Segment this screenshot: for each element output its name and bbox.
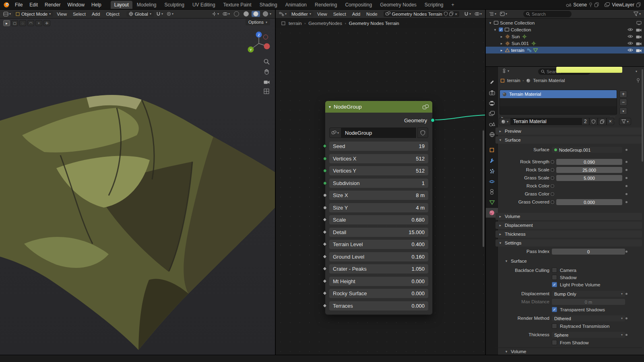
hide-eye-icon[interactable] [627,41,633,45]
int-socket[interactable] [323,157,327,160]
copy-material-button[interactable] [598,118,607,125]
node-tree-name-field[interactable]: Geometry Nodes Terrain × [384,11,460,17]
backface-camera-checkbox[interactable] [552,267,557,273]
node-param-row[interactable]: Size Y4 m [329,203,428,212]
overlays-button[interactable]: ▾ [221,11,231,16]
empty-slot-row[interactable] [500,98,617,106]
panel-displacement[interactable]: ▸Displacement [495,222,642,229]
hide-eye-icon[interactable] [627,35,633,38]
node-menu-select[interactable]: Select [331,11,349,17]
animate-dot[interactable] [625,161,627,163]
light-probe-volume-checkbox[interactable]: ✓ [552,282,557,287]
new-view-layer-icon[interactable] [636,2,641,7]
breadcrumb-object[interactable]: terrain [289,21,302,26]
rock-scale-slider[interactable]: 25.000 [556,167,622,173]
node-param-row[interactable]: Mt Height0.000 [329,277,428,286]
transform-tool[interactable]: ✛ [43,20,50,26]
transparent-shadows-checkbox[interactable]: ✓ [552,307,557,312]
from-shadow-checkbox[interactable] [552,340,557,345]
input-socket-icon[interactable] [551,160,554,164]
tab-layout[interactable]: Layout [111,1,132,9]
menu-window[interactable]: Window [64,1,88,8]
node-param-row[interactable]: Rocky Surface0.000 [329,289,428,298]
outliner-row-scene-collection[interactable]: ▾ Scene Collection [486,19,644,26]
expand-icon[interactable]: ▸ [500,48,504,52]
panel-settings[interactable]: ▾Settings [495,239,642,247]
animate-dot[interactable] [625,149,627,151]
material-slot-list[interactable]: Terrain Material [500,90,617,115]
shading-wireframe-button[interactable] [232,11,241,17]
breadcrumb-material[interactable]: Terrain Material [533,78,565,83]
menu-edit[interactable]: Edit [26,1,41,8]
node-param-row[interactable]: Ground Level0.160 [329,252,428,261]
backface-shadow-checkbox[interactable] [552,275,557,280]
disable-render-camera-icon[interactable] [636,28,642,32]
options-dropdown[interactable]: Options▾ [246,19,270,25]
pan-view-icon[interactable] [262,67,271,76]
tab-compositing[interactable]: Compositing [341,1,376,9]
panel-volume[interactable]: ▸Volume [495,213,642,220]
outliner[interactable]: ▾ ▾ ▾ ▾ Scene Collection ▾ ✓ Collection … [485,10,644,66]
node-menu-add[interactable]: Add [350,11,363,17]
disable-render-camera-icon[interactable] [636,48,642,52]
animate-dot[interactable] [625,201,627,203]
select-lasso-tool[interactable]: ◠ [27,20,34,26]
shading-solid-button[interactable] [242,11,250,17]
outliner-row-sun[interactable]: ▸ Sun [486,33,644,40]
animate-dot[interactable] [625,185,627,187]
outliner-row-sun-001[interactable]: ▸ Sun.001 [486,40,644,47]
panel-preview[interactable]: ▸Preview [495,128,642,135]
breadcrumb-tree[interactable]: Geometry Nodes Terrain [349,21,399,26]
pin-id-icon[interactable] [636,78,640,83]
toggle-ortho-icon[interactable] [262,87,271,96]
animate-dot[interactable] [625,169,627,171]
add-workspace-button[interactable]: + [448,1,458,9]
disable-render-camera-icon[interactable] [636,35,642,39]
outliner-search-input[interactable] [532,12,569,16]
expand-icon[interactable]: ▸ [500,41,504,45]
tab-modeling[interactable]: Modeling [133,1,160,9]
node-menu-node[interactable]: Node [364,11,380,17]
properties-editor[interactable]: ▾ ▾ terrain › Terrain Material Terrain M… [485,66,644,355]
node-header[interactable]: ▾ NodeGroup [325,101,432,113]
node-param-row[interactable]: Scale0.680 [329,215,428,224]
animate-dot[interactable] [625,177,627,179]
rock-strength-slider[interactable]: 0.090 [556,159,622,165]
properties-options-icon[interactable]: ▾ [636,70,637,73]
node-param-row[interactable]: Vertices X512 [329,154,428,163]
thickness-dropdown[interactable]: Sphere▾ [552,332,625,338]
snap-button[interactable]: ▾ [155,11,164,17]
outliner-row-terrain[interactable]: ▸ terrain [486,47,644,53]
panel-surface[interactable]: ▾Surface [495,136,642,144]
viewport-menu-add[interactable]: Add [89,11,102,17]
input-socket-icon[interactable] [551,184,554,188]
tab-rendering[interactable]: Rendering [311,1,341,9]
navigation-gizmo[interactable]: Z Y [243,29,272,56]
zoom-view-icon[interactable] [262,57,271,66]
filter-button[interactable]: ▾ [632,11,642,16]
unlink-node-tree-icon[interactable]: × [455,12,458,16]
transform-orientation-dropdown[interactable]: Global▾ [126,11,154,17]
users-count-badge[interactable]: 2 [582,118,589,125]
panel-thickness[interactable]: ▸Thickness [495,230,642,238]
node-tree-type-dropdown[interactable]: Modifier▾ [289,11,314,17]
display-mode-button[interactable]: ▾ [499,11,508,16]
view-layer-selector[interactable]: ViewLayer [605,2,641,8]
tab-shading[interactable]: Shading [256,1,281,9]
tab-texture-paint[interactable]: Texture Paint [220,1,255,9]
node-param-row[interactable]: Crater - Peaks1.050 [329,264,428,274]
tab-uv-editing[interactable]: UV Editing [189,1,219,9]
animate-dot[interactable] [625,317,627,319]
subpanel-surface[interactable]: ▾Surface [504,259,527,263]
animate-dot[interactable] [625,334,627,336]
float-socket[interactable] [323,193,327,197]
pass-index-field[interactable]: 0 [552,249,625,255]
fake-user-shield-icon[interactable] [444,12,448,16]
expand-icon[interactable]: ▾ [488,21,492,25]
tab-render[interactable] [486,88,498,97]
node-param-row[interactable]: Terrain Level0.400 [329,240,428,249]
properties-scrollbar[interactable] [642,69,643,162]
blender-logo-icon[interactable] [3,2,10,8]
node-menu-view[interactable]: View [315,11,330,17]
node-param-row[interactable]: Subdivision1 [329,179,428,188]
